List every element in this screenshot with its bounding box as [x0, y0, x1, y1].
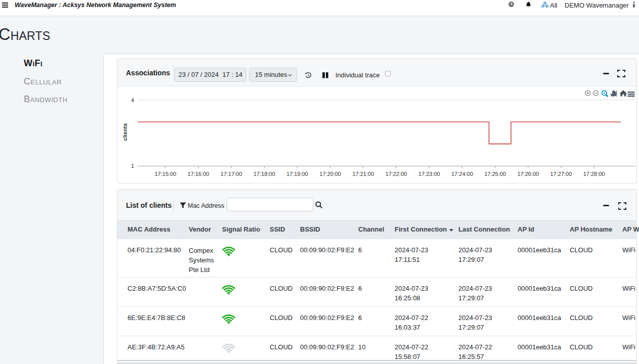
svg-text:17:23:00: 17:23:00	[418, 171, 440, 177]
svg-text:4: 4	[131, 97, 134, 103]
svg-text:17:17:00: 17:17:00	[221, 171, 242, 177]
svg-text:17:16:00: 17:16:00	[188, 171, 209, 177]
svg-text:1: 1	[131, 163, 134, 169]
svg-text:17:21:00: 17:21:00	[352, 171, 374, 177]
svg-text:17:22:00: 17:22:00	[386, 171, 407, 177]
svg-text:17:20:00: 17:20:00	[319, 171, 341, 177]
svg-text:17:15:00: 17:15:00	[154, 171, 176, 177]
svg-text:17:19:00: 17:19:00	[286, 171, 308, 177]
svg-text:17:27:00: 17:27:00	[550, 171, 572, 177]
svg-text:17:18:00: 17:18:00	[253, 171, 275, 177]
svg-text:17:24:00: 17:24:00	[451, 171, 473, 177]
svg-text:clients: clients	[122, 123, 128, 141]
svg-text:17:25:00: 17:25:00	[484, 171, 506, 177]
svg-text:17:28:00: 17:28:00	[583, 171, 605, 177]
svg-text:17:26:00: 17:26:00	[517, 171, 539, 177]
